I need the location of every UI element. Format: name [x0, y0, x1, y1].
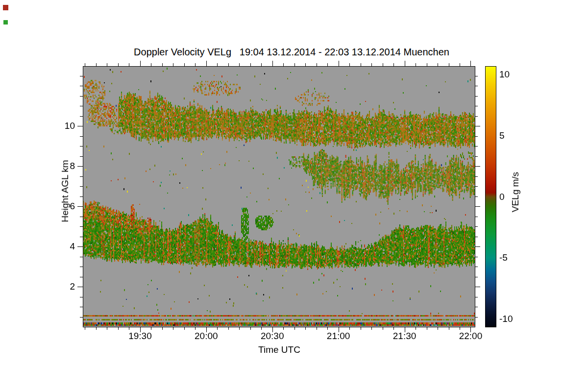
- corner-marker-red: [3, 5, 8, 10]
- y-tick-label: 4: [48, 242, 75, 251]
- colorbar-tick-label: 5: [499, 131, 505, 141]
- colorbar-tick-label: -5: [499, 253, 508, 263]
- doppler-velocity-figure: Doppler Velocity VELg 19:04 13.12.2014 -…: [0, 0, 588, 392]
- colorbar: [485, 66, 496, 327]
- x-tick-label: 22:00: [459, 331, 483, 341]
- corner-marker-green: [3, 20, 8, 24]
- x-tick-label: 20:30: [261, 331, 284, 341]
- colorbar-tick-label: -10: [499, 314, 513, 324]
- y-tick-label: 2: [48, 282, 75, 292]
- x-axis-title: Time UTC: [258, 344, 300, 355]
- y-tick-label: 6: [48, 201, 75, 211]
- y-tick-label: 8: [48, 161, 75, 171]
- chart-title: Doppler Velocity VELg 19:04 13.12.2014 -…: [134, 47, 449, 58]
- x-tick-label: 21:00: [327, 331, 350, 341]
- x-tick-label: 19:30: [128, 331, 152, 341]
- y-tick-label: 10: [48, 121, 75, 131]
- colorbar-tick-label: 0: [499, 192, 505, 202]
- x-tick-label: 20:00: [195, 331, 218, 341]
- x-tick-label: 21:30: [393, 331, 416, 341]
- colorbar-tick-label: 10: [499, 70, 510, 79]
- heatmap-canvas: [83, 66, 475, 327]
- colorbar-axis-title: VELg m/s: [510, 172, 521, 212]
